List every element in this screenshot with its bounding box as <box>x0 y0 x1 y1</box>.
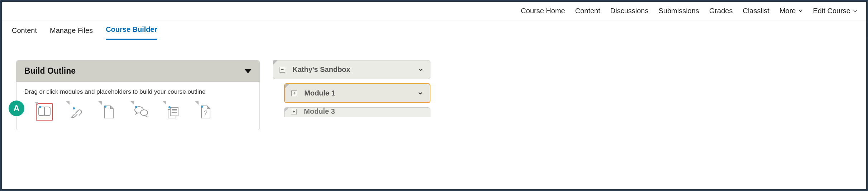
module-icon <box>37 106 52 118</box>
drag-corner-icon <box>66 101 70 105</box>
build-outline-body: Drag or click modules and placeholders t… <box>16 82 259 130</box>
nav-edit-course[interactable]: Edit Course <box>813 7 858 15</box>
drag-corner-icon <box>285 84 289 88</box>
drag-corner-icon <box>98 101 102 105</box>
quiz-tool[interactable]: ? <box>197 103 214 121</box>
svg-point-0 <box>39 106 41 108</box>
tree-module-3-label: Module 3 <box>304 107 424 116</box>
svg-line-1 <box>75 111 78 113</box>
nav-course-home[interactable]: Course Home <box>521 7 565 15</box>
file-icon <box>102 104 115 119</box>
drag-corner-icon <box>163 101 166 105</box>
tool-row: ? <box>24 103 252 121</box>
tree-module-1-label: Module 1 <box>304 89 410 97</box>
tree-root-node[interactable]: − Kathy's Sandbox <box>273 60 430 79</box>
drag-corner-icon <box>273 60 277 65</box>
tree-module-1[interactable]: + Module 1 <box>284 83 430 103</box>
file-tool[interactable] <box>100 103 118 121</box>
chevron-down-icon <box>853 9 858 14</box>
assignment-tool[interactable] <box>165 103 182 121</box>
build-outline-title: Build Outline <box>24 66 76 76</box>
svg-text:?: ? <box>204 109 208 117</box>
drag-corner-icon <box>285 108 289 112</box>
subnav-course-builder[interactable]: Course Builder <box>106 25 157 40</box>
nav-grades[interactable]: Grades <box>709 7 733 15</box>
top-nav: Course Home Content Discussions Submissi… <box>2 2 866 20</box>
nav-more-label: More <box>779 7 796 15</box>
discussion-tool[interactable] <box>133 103 150 121</box>
build-outline-instruction: Drag or click modules and placeholders t… <box>24 88 252 96</box>
chevron-down-icon[interactable] <box>418 67 424 73</box>
caret-down-icon <box>244 69 252 73</box>
svg-rect-8 <box>170 107 178 116</box>
drag-corner-icon <box>34 102 38 106</box>
subnav-manage-files[interactable]: Manage Files <box>50 26 93 40</box>
svg-point-6 <box>135 106 137 108</box>
nav-submissions[interactable]: Submissions <box>658 7 699 15</box>
svg-point-3 <box>104 106 106 108</box>
build-outline-panel: A Build Outline Drag or click modules an… <box>16 60 260 130</box>
assignment-icon <box>166 104 181 119</box>
svg-point-5 <box>140 110 148 116</box>
quiz-icon: ? <box>199 104 212 119</box>
link-icon <box>70 105 84 119</box>
outline-tree: − Kathy's Sandbox + Module 1 + Module 3 <box>273 60 430 130</box>
nav-more[interactable]: More <box>779 7 803 15</box>
chevron-down-icon[interactable] <box>418 90 423 96</box>
tree-root-label: Kathy's Sandbox <box>292 65 411 74</box>
build-outline-header[interactable]: Build Outline <box>16 60 259 82</box>
discussion-icon <box>133 105 149 119</box>
expand-icon[interactable]: + <box>291 109 297 114</box>
sub-nav: Content Manage Files Course Builder <box>2 20 866 40</box>
annotation-badge: A <box>9 101 24 116</box>
nav-discussions[interactable]: Discussions <box>610 7 649 15</box>
module-tool[interactable] <box>36 103 53 121</box>
svg-point-2 <box>73 107 75 109</box>
svg-point-12 <box>168 106 171 108</box>
expand-icon[interactable]: + <box>291 90 297 96</box>
tree-module-3[interactable]: + Module 3 <box>284 107 430 117</box>
link-tool[interactable] <box>68 103 85 121</box>
drag-corner-icon <box>130 101 134 105</box>
drag-corner-icon <box>195 101 199 105</box>
nav-edit-course-label: Edit Course <box>813 7 851 15</box>
nav-content[interactable]: Content <box>575 7 600 15</box>
svg-point-14 <box>201 106 203 108</box>
content-area: A Build Outline Drag or click modules an… <box>2 40 866 130</box>
subnav-content[interactable]: Content <box>12 26 37 40</box>
nav-classlist[interactable]: Classlist <box>743 7 769 15</box>
chevron-down-icon <box>798 9 803 14</box>
collapse-icon[interactable]: − <box>280 67 285 73</box>
